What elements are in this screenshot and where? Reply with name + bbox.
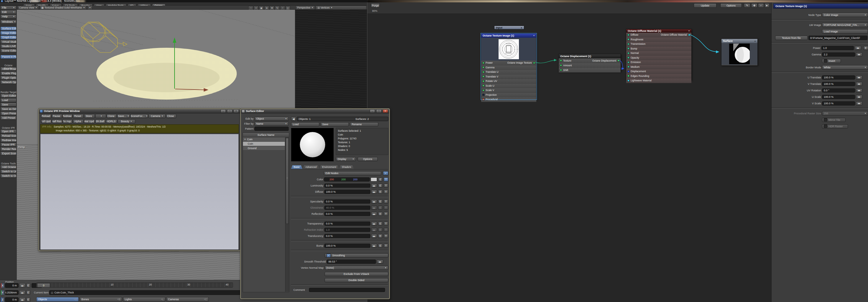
texture-button[interactable]: T xyxy=(383,183,388,188)
comment-input[interactable] xyxy=(309,288,385,292)
uv-value-field[interactable]: 100.0 % xyxy=(822,75,855,79)
node-input-row[interactable]: Procedural xyxy=(481,97,536,102)
ipr-toolbar-button[interactable]: Reset xyxy=(73,114,84,118)
translucency-field[interactable]: 0.0 % xyxy=(324,234,370,238)
input-socket[interactable] xyxy=(483,94,485,96)
viewport-tool-icon[interactable]: ⌕ xyxy=(280,6,285,10)
uv-stepper[interactable]: ◀▶ xyxy=(856,89,862,93)
envelope-button[interactable]: E xyxy=(378,206,383,210)
y-stepper[interactable]: ◀▶ xyxy=(19,290,26,295)
envelope-button[interactable]: E xyxy=(378,183,383,188)
node-graph-canvas[interactable]: Input ▲ Octane Texture Image (1)▼ xyxy=(367,14,771,302)
uv-value-field[interactable]: 100.0 % xyxy=(822,101,855,105)
output-socket[interactable] xyxy=(688,61,690,63)
reflection-field[interactable]: 0.0 % xyxy=(324,212,370,216)
invert-checkbox[interactable]: Invert xyxy=(822,59,841,63)
maximize-button[interactable]: ▢ xyxy=(376,109,381,113)
input-socket[interactable] xyxy=(627,57,629,59)
node-input-row[interactable]: Edges Rounding xyxy=(626,74,691,79)
ipr-toolbar-button[interactable]: Pause xyxy=(52,114,62,118)
surface-tab[interactable]: Basic xyxy=(291,165,303,169)
rename-button[interactable]: Rename xyxy=(350,122,378,126)
input-socket[interactable] xyxy=(627,34,629,36)
envelope-button[interactable]: E xyxy=(378,228,383,232)
stepper[interactable]: ◀▶ xyxy=(377,260,383,264)
mirror-tile-checkbox[interactable]: Mirror Tile xyxy=(822,118,846,122)
surface-tab[interactable]: Shaders xyxy=(339,165,354,169)
sidebar-editor-button[interactable]: Graph Editor^F2 xyxy=(0,35,17,39)
sidebar-octane-button[interactable]: Open IPR xyxy=(0,129,17,133)
surface-list-item[interactable]: Ground xyxy=(243,146,285,150)
output-socket[interactable] xyxy=(688,66,690,68)
output-socket[interactable] xyxy=(688,52,690,54)
ipr-toolbar-button[interactable]: Half Res xyxy=(52,119,62,124)
power-stepper[interactable]: ◀▶ xyxy=(855,46,861,50)
node-input-row[interactable]: Opacity xyxy=(626,56,691,60)
node-input-row[interactable]: Diffuse Octane Diffuse Material xyxy=(626,33,691,37)
input-socket[interactable] xyxy=(627,52,629,54)
border-mode-dropdown[interactable]: White▼ xyxy=(822,65,868,70)
input-socket[interactable] xyxy=(627,43,629,45)
ipr-toolbar-button[interactable]: Sh.Ball xyxy=(95,119,106,124)
node-input-row[interactable]: Displacement xyxy=(626,69,691,74)
glossiness-field[interactable]: 40.0 % xyxy=(324,206,370,210)
ipr-toolbar-button[interactable]: Store xyxy=(84,114,95,118)
view-mode-dropdown[interactable]: Camera View▼ xyxy=(18,6,39,10)
pattern-input[interactable] xyxy=(254,127,289,131)
node-input-row[interactable]: Shift xyxy=(559,68,621,72)
x-stepper[interactable]: ◀▶ xyxy=(19,283,26,288)
raster-size-dropdown[interactable]: 256▼ xyxy=(822,111,868,115)
luminosity-field[interactable]: 0.0 % xyxy=(324,183,370,188)
ipr-toolbar-button[interactable]: SceneFoc...▼ xyxy=(130,114,148,118)
viewport-tool-icon[interactable]: ▣ xyxy=(259,6,264,10)
sidebar-octane-button[interactable]: Pause IPR xyxy=(0,143,17,147)
node-input-row[interactable]: Power Octane Image Texture xyxy=(481,61,536,65)
viewport-tool-icon[interactable]: ↻ xyxy=(275,6,280,10)
current-item-dropdown[interactable]: ▢ Coin:Coin_Thick ▼ xyxy=(49,290,244,295)
stepper[interactable]: ◀▶ xyxy=(371,206,377,210)
close-button[interactable]: ✕ xyxy=(383,109,388,113)
sidebar-octane-button[interactable]: Network Options xyxy=(0,80,17,84)
surface-object-group[interactable]: ▼Coin xyxy=(243,137,287,142)
ipr-titlebar[interactable]: Octane IPR Preview Window – ▢ ✕ xyxy=(39,109,240,113)
position-z-field[interactable]: 0 m xyxy=(5,297,19,302)
input-socket[interactable] xyxy=(560,60,562,62)
input-socket[interactable] xyxy=(483,66,485,68)
edit-nodes-button[interactable]: Edit Nodes xyxy=(324,171,381,175)
y-envelope-button[interactable]: E xyxy=(26,290,30,295)
stepper[interactable]: ◀▶ xyxy=(371,234,377,238)
input-socket[interactable] xyxy=(483,89,485,91)
input-socket[interactable] xyxy=(483,62,485,64)
node-octane-diffuse-material[interactable]: Octane Diffuse Material (1)▼ Diffuse Oct… xyxy=(626,29,692,80)
item-type-button[interactable]: Objects+O xyxy=(36,297,79,302)
item-type-button[interactable]: Lights+L xyxy=(123,297,165,302)
viewport-tool-icon[interactable]: ⊕ xyxy=(264,6,269,10)
output-socket[interactable] xyxy=(617,64,619,66)
position-x-field[interactable]: 0 m xyxy=(5,283,19,288)
input-socket[interactable] xyxy=(627,38,629,40)
texture-button[interactable]: T xyxy=(383,212,388,216)
sidebar-octane-button[interactable]: Render Resolution xyxy=(0,147,17,151)
node-input-row[interactable]: Normal xyxy=(626,51,691,56)
envelope-button[interactable]: E xyxy=(378,190,383,194)
output-socket[interactable] xyxy=(688,75,690,77)
sidebar-menu-button[interactable]: Edit▼ xyxy=(0,10,17,14)
sidebar-editor-button[interactable]: Image EditorF6 xyxy=(0,31,17,35)
input-socket[interactable] xyxy=(483,71,485,73)
color-texture-button[interactable]: T xyxy=(383,177,388,181)
update-button[interactable]: Update xyxy=(694,3,716,8)
diffuse-field[interactable]: 100.0 % xyxy=(324,190,370,194)
sidebar-octane-button[interactable]: Plugin Options xyxy=(0,76,17,80)
ipr-toolbar-button[interactable]: Reload xyxy=(41,114,52,118)
shading-mode-dropdown[interactable]: ▦Vertices▼ xyxy=(315,6,367,10)
exclude-vstack-checkbox[interactable]: Exclude From VStack xyxy=(324,272,388,276)
input-socket[interactable] xyxy=(483,80,485,82)
specularity-field[interactable]: 0.0 % xyxy=(324,199,370,204)
node-input-row[interactable]: Translate V xyxy=(481,74,536,79)
viewport-tool-icon[interactable]: ≡ xyxy=(253,6,258,10)
file-path-field[interactable]: D:\Fortune_Magazine_Coin\From_Client\F xyxy=(808,36,867,40)
position-y-field[interactable]: 228.2536mm xyxy=(5,290,19,295)
output-socket[interactable] xyxy=(617,69,619,71)
minimize-button[interactable]: – xyxy=(370,109,375,113)
sidebar-menu-button[interactable]: Help▼ xyxy=(0,14,17,19)
